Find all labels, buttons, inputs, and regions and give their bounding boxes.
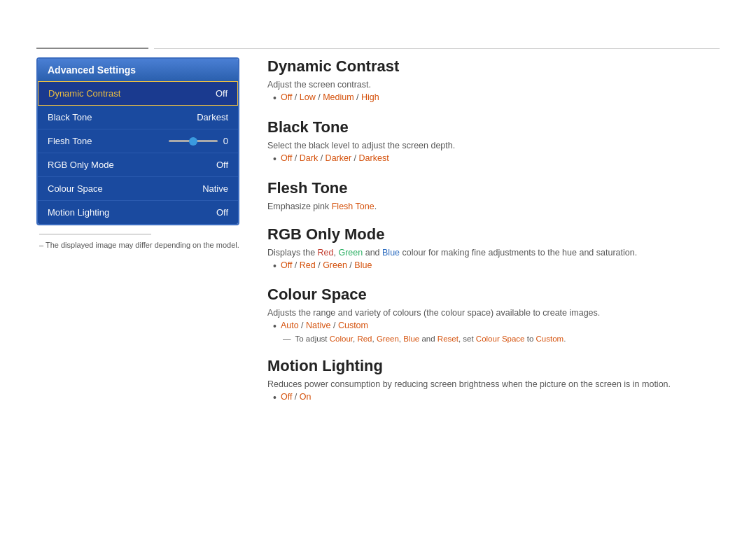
menu-value-flesh-tone: 0 (223, 136, 228, 146)
menu-value-dynamic-contrast: Off (216, 88, 227, 99)
bullet-black-tone: • Off / Dark / Darker / Darkest (273, 153, 720, 165)
menu-value-motion-lighting: Off (216, 207, 228, 218)
top-divider (0, 48, 756, 49)
bullet-colour-space: • Auto / Native / Custom (273, 321, 720, 332)
section-desc-flesh-tone: Emphasize pink Flesh Tone. (267, 202, 720, 211)
menu-value-black-tone: Darkest (197, 112, 228, 122)
section-rgb-only-mode: RGB Only Mode Displays the Red, Green an… (267, 225, 720, 272)
bullet-text-dynamic-contrast: Off / Low / Medium / High (281, 92, 379, 102)
footnote-text: – The displayed image may differ dependi… (39, 241, 239, 249)
section-title-colour-space: Colour Space (267, 286, 720, 304)
section-black-tone: Black Tone Select the black level to adj… (267, 118, 720, 165)
bullet-dynamic-contrast: • Off / Low / Medium / High (273, 92, 720, 104)
footnote: – The displayed image may differ dependi… (36, 234, 239, 250)
bullet-text-rgb: Off / Red / Green / Blue (281, 260, 372, 270)
menu-label-motion-lighting: Motion Lighting (48, 207, 109, 218)
flesh-tone-slider-thumb (189, 137, 197, 146)
bullet-dot: • (273, 92, 276, 104)
divider-line-left (36, 48, 148, 49)
menu-item-black-tone[interactable]: Black Tone Darkest (38, 106, 238, 129)
panel-title: Advanced Settings (38, 59, 238, 81)
flesh-tone-slider-track[interactable] (169, 140, 218, 142)
section-motion-lighting: Motion Lighting Reduces power consumptio… (267, 357, 720, 404)
section-title-black-tone: Black Tone (267, 118, 720, 136)
divider-line-right (154, 48, 720, 49)
section-desc-black-tone: Select the black level to adjust the scr… (267, 141, 720, 150)
sub-note-text-colour-space: To adjust Colour, Red, Green, Blue and R… (295, 335, 566, 343)
menu-label-black-tone: Black Tone (48, 112, 92, 122)
section-desc-dynamic-contrast: Adjust the screen contrast. (267, 80, 720, 90)
content-area: Advanced Settings Dynamic Contrast Off B… (0, 57, 756, 418)
menu-item-dynamic-contrast[interactable]: Dynamic Contrast Off (38, 81, 238, 106)
flesh-tone-slider-container: 0 (169, 136, 228, 146)
right-panel: Dynamic Contrast Adjust the screen contr… (267, 57, 720, 418)
menu-label-flesh-tone: Flesh Tone (48, 136, 92, 146)
menu-item-rgb-only-mode[interactable]: RGB Only Mode Off (38, 153, 238, 177)
section-desc-colour-space: Adjusts the range and variety of colours… (267, 308, 720, 318)
bullet-motion-lighting: • Off / On (273, 392, 720, 404)
section-title-motion-lighting: Motion Lighting (267, 357, 720, 375)
footnote-divider (39, 234, 151, 234)
menu-label-colour-space: Colour Space (48, 183, 103, 194)
menu-value-colour-space: Native (202, 183, 228, 194)
section-dynamic-contrast: Dynamic Contrast Adjust the screen contr… (267, 57, 720, 104)
left-panel: Advanced Settings Dynamic Contrast Off B… (36, 57, 239, 418)
menu-label-rgb-only-mode: RGB Only Mode (48, 160, 114, 170)
section-title-flesh-tone: Flesh Tone (267, 179, 720, 197)
menu-value-rgb-only-mode: Off (216, 160, 228, 170)
section-desc-rgb-only-mode: Displays the Red, Green and Blue colour … (267, 248, 720, 258)
bullet-text-colour-space: Auto / Native / Custom (281, 321, 368, 330)
bullet-text-motion-lighting: Off / On (281, 392, 312, 402)
section-colour-space: Colour Space Adjusts the range and varie… (267, 286, 720, 343)
advanced-settings-box: Advanced Settings Dynamic Contrast Off B… (36, 57, 239, 225)
sub-dash: — (283, 335, 291, 343)
bullet-dot-colour-space: • (273, 321, 276, 332)
section-flesh-tone: Flesh Tone Emphasize pink Flesh Tone. (267, 179, 720, 211)
sub-note-colour-space: — To adjust Colour, Red, Green, Blue and… (283, 335, 720, 343)
section-title-dynamic-contrast: Dynamic Contrast (267, 57, 720, 76)
bullet-text-black-tone: Off / Dark / Darker / Darkest (281, 153, 389, 163)
bullet-dot-rgb: • (273, 260, 276, 272)
section-title-rgb-only-mode: RGB Only Mode (267, 225, 720, 244)
bullet-rgb-only-mode: • Off / Red / Green / Blue (273, 260, 720, 272)
menu-label-dynamic-contrast: Dynamic Contrast (48, 88, 120, 99)
bullet-dot-black-tone: • (273, 153, 276, 165)
section-desc-motion-lighting: Reduces power consumption by reducing sc… (267, 379, 720, 389)
menu-item-colour-space[interactable]: Colour Space Native (38, 177, 238, 201)
menu-item-motion-lighting[interactable]: Motion Lighting Off (38, 201, 238, 224)
menu-item-flesh-tone[interactable]: Flesh Tone 0 (38, 129, 238, 153)
bullet-dot-motion-lighting: • (273, 392, 276, 404)
